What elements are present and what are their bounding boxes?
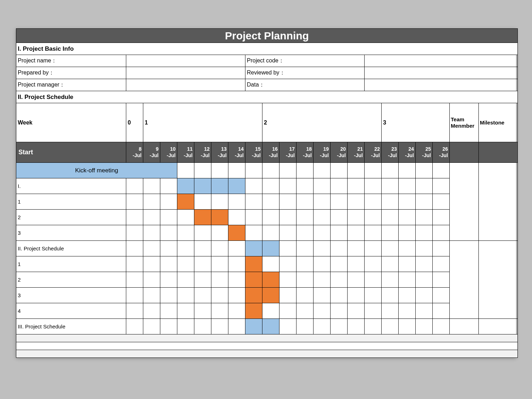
gantt-cell[interactable] (194, 178, 211, 194)
gantt-cell[interactable] (416, 178, 433, 194)
gantt-cell[interactable] (211, 303, 228, 319)
gantt-cell[interactable] (194, 210, 211, 225)
gantt-cell[interactable] (331, 319, 348, 334)
gantt-cell[interactable] (245, 163, 262, 178)
gantt-cell[interactable] (399, 225, 416, 241)
gantt-cell[interactable] (314, 210, 331, 225)
gantt-cell[interactable] (228, 256, 245, 272)
gantt-cell[interactable] (399, 241, 416, 256)
gantt-cell[interactable] (279, 241, 297, 256)
gantt-cell[interactable] (382, 288, 399, 303)
gantt-cell[interactable] (262, 178, 279, 194)
gantt-cell[interactable] (314, 225, 331, 241)
gantt-cell[interactable] (126, 303, 143, 319)
gantt-cell[interactable] (382, 303, 399, 319)
gantt-cell[interactable] (143, 272, 160, 288)
gantt-cell[interactable] (331, 210, 348, 225)
gantt-cell[interactable] (177, 241, 194, 256)
gantt-cell[interactable] (314, 163, 331, 178)
gantt-cell[interactable] (348, 241, 365, 256)
gantt-cell[interactable] (245, 256, 262, 272)
gantt-cell[interactable] (314, 178, 331, 194)
gantt-cell[interactable] (433, 319, 450, 334)
gantt-cell[interactable] (177, 163, 194, 178)
gantt-cell[interactable] (382, 319, 399, 334)
gantt-cell[interactable] (143, 288, 160, 303)
gantt-cell[interactable] (143, 225, 160, 241)
gantt-cell[interactable] (160, 225, 177, 241)
gantt-cell[interactable] (143, 178, 160, 194)
value-project-manager[interactable] (126, 79, 245, 91)
gantt-cell[interactable] (177, 210, 194, 225)
gantt-cell[interactable] (177, 194, 194, 210)
gantt-cell[interactable] (348, 303, 365, 319)
task-s2[interactable]: II. Project Schedule (16, 241, 126, 256)
gantt-cell[interactable] (382, 210, 399, 225)
gantt-cell[interactable] (143, 210, 160, 225)
gantt-cell[interactable] (262, 225, 279, 241)
value-prepared-by[interactable] (126, 67, 245, 79)
gantt-cell[interactable] (126, 319, 143, 334)
gantt-cell[interactable] (399, 256, 416, 272)
gantt-cell[interactable] (348, 225, 365, 241)
task-s2-1[interactable]: 1 (16, 256, 126, 272)
gantt-cell[interactable] (331, 303, 348, 319)
gantt-cell[interactable] (297, 272, 314, 288)
gantt-cell[interactable] (382, 225, 399, 241)
gantt-cell[interactable] (160, 303, 177, 319)
gantt-cell[interactable] (279, 178, 297, 194)
gantt-cell[interactable] (433, 272, 450, 288)
gantt-cell[interactable] (262, 303, 279, 319)
gantt-cell[interactable] (160, 256, 177, 272)
gantt-cell[interactable] (416, 210, 433, 225)
gantt-cell[interactable] (365, 194, 382, 210)
gantt-cell[interactable] (279, 210, 297, 225)
team-cell[interactable] (450, 241, 479, 319)
gantt-cell[interactable] (297, 210, 314, 225)
gantt-cell[interactable] (228, 178, 245, 194)
gantt-cell[interactable] (211, 225, 228, 241)
gantt-cell[interactable] (365, 178, 382, 194)
value-reviewed-by[interactable] (365, 67, 518, 79)
gantt-cell[interactable] (433, 225, 450, 241)
gantt-cell[interactable] (314, 288, 331, 303)
gantt-cell[interactable] (297, 288, 314, 303)
gantt-cell[interactable] (416, 288, 433, 303)
gantt-cell[interactable] (365, 241, 382, 256)
gantt-cell[interactable] (297, 225, 314, 241)
gantt-cell[interactable] (365, 225, 382, 241)
gantt-cell[interactable] (126, 272, 143, 288)
gantt-cell[interactable] (331, 194, 348, 210)
value-data[interactable] (365, 79, 518, 91)
gantt-cell[interactable] (194, 288, 211, 303)
gantt-cell[interactable] (194, 272, 211, 288)
gantt-cell[interactable] (194, 319, 211, 334)
gantt-cell[interactable] (126, 178, 143, 194)
task-s1-3[interactable]: 3 (16, 225, 126, 241)
gantt-cell[interactable] (433, 256, 450, 272)
gantt-cell[interactable] (228, 272, 245, 288)
gantt-cell[interactable] (382, 241, 399, 256)
gantt-cell[interactable] (399, 210, 416, 225)
gantt-cell[interactable] (331, 241, 348, 256)
gantt-cell[interactable] (211, 178, 228, 194)
gantt-cell[interactable] (262, 288, 279, 303)
gantt-cell[interactable] (433, 241, 450, 256)
gantt-cell[interactable] (279, 225, 297, 241)
gantt-cell[interactable] (211, 319, 228, 334)
gantt-cell[interactable] (143, 194, 160, 210)
gantt-cell[interactable] (262, 194, 279, 210)
gantt-cell[interactable] (211, 256, 228, 272)
gantt-cell[interactable] (194, 194, 211, 210)
gantt-cell[interactable] (177, 256, 194, 272)
gantt-cell[interactable] (365, 303, 382, 319)
gantt-cell[interactable] (382, 194, 399, 210)
gantt-cell[interactable] (399, 178, 416, 194)
gantt-cell[interactable] (245, 272, 262, 288)
task-s2-2[interactable]: 2 (16, 272, 126, 288)
gantt-cell[interactable] (297, 178, 314, 194)
gantt-cell[interactable] (245, 194, 262, 210)
gantt-cell[interactable] (126, 210, 143, 225)
gantt-cell[interactable] (348, 288, 365, 303)
gantt-cell[interactable] (160, 272, 177, 288)
